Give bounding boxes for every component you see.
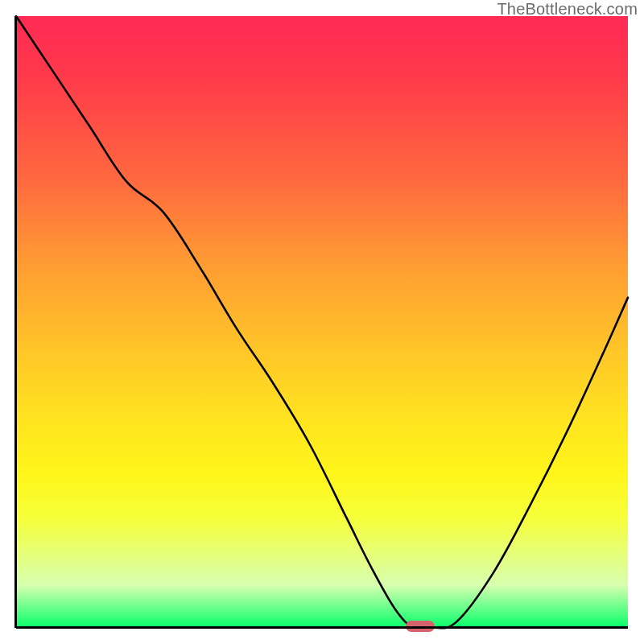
watermark-text: TheBottleneck.com xyxy=(497,0,638,19)
bottleneck-curve xyxy=(16,16,628,628)
plot-area xyxy=(16,16,628,628)
y-axis xyxy=(14,16,17,628)
chart-container: TheBottleneck.com xyxy=(0,0,644,644)
x-axis xyxy=(16,626,628,629)
